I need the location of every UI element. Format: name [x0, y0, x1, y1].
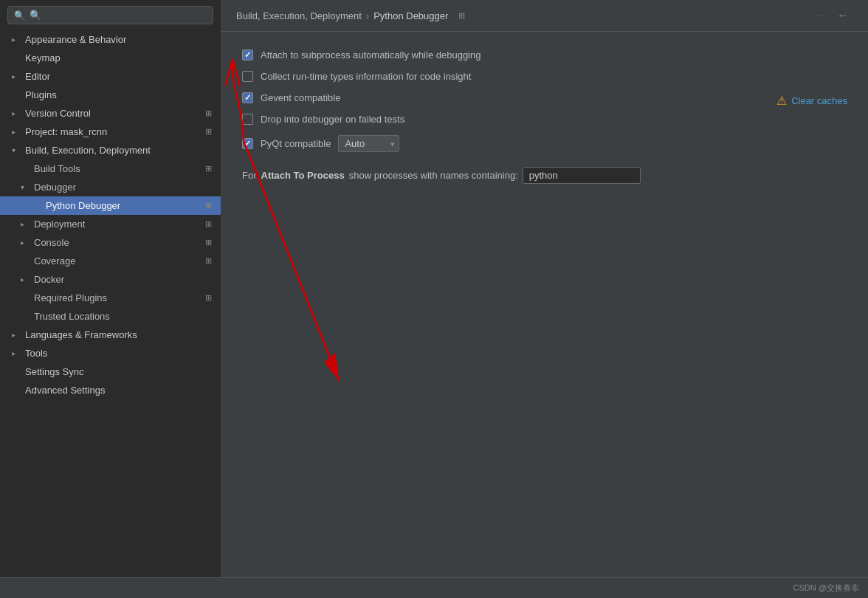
sidebar-item-console[interactable]: ▸Console⊞	[0, 233, 221, 252]
breadcrumb-separator: ›	[366, 10, 369, 21]
main-layout: 🔍 ▸Appearance & BehaviorKeymap▸EditorPlu…	[0, 0, 868, 577]
grid-icon-deployment: ⊞	[205, 219, 212, 229]
attach-label-after: show processes with names containing:	[349, 170, 518, 181]
checkbox-pyqt[interactable]: ✓	[242, 138, 253, 149]
attach-label-before: For	[242, 170, 257, 181]
sidebar-label-editor: Editor	[25, 71, 50, 82]
sidebar-item-settings-sync[interactable]: Settings Sync	[0, 362, 221, 381]
sidebar-item-build-tools[interactable]: Build Tools⊞	[0, 159, 221, 178]
checkbox-collect-runtime[interactable]	[242, 71, 253, 82]
chevron-icon-console: ▸	[21, 238, 30, 247]
sidebar-label-keymap: Keymap	[25, 52, 61, 63]
search-icon: 🔍	[14, 10, 25, 21]
sidebar-label-trusted-locations: Trusted Locations	[34, 311, 110, 322]
chevron-icon-version-control: ▸	[12, 109, 21, 117]
sidebar-label-languages: Languages & Frameworks	[25, 329, 137, 340]
sidebar-item-coverage[interactable]: Coverage⊞	[0, 252, 221, 270]
breadcrumb: Build, Execution, Deployment › Python De…	[236, 10, 807, 21]
sidebar-label-required-plugins: Required Plugins	[34, 292, 107, 303]
chevron-icon-appearance: ▸	[12, 35, 21, 44]
pyqt-select[interactable]: AutoPyQt4PyQt5PySidePySide2	[338, 135, 399, 152]
nav-forward-button[interactable]: →	[807, 7, 828, 24]
label-attach-subprocess: Attach to subprocess automatically while…	[261, 49, 480, 61]
sidebar-item-debugger[interactable]: ▾Debugger	[0, 178, 221, 196]
sidebar-item-deployment[interactable]: ▸Deployment⊞	[0, 215, 221, 233]
grid-icon-console: ⊞	[205, 238, 212, 247]
chevron-icon-tools: ▸	[12, 349, 21, 357]
attach-label-bold: Attach To Process	[261, 170, 345, 181]
sidebar-items-container: ▸Appearance & BehaviorKeymap▸EditorPlugi…	[0, 30, 221, 399]
footer: CSDN @交换喜非	[0, 577, 868, 598]
chevron-icon-debugger: ▾	[21, 183, 30, 191]
sidebar-label-debugger: Debugger	[34, 182, 76, 193]
label-drop-debugger: Drop into debugger on failed tests	[261, 114, 404, 125]
grid-icon-version-control: ⊞	[205, 109, 212, 118]
chevron-icon-project: ▸	[12, 128, 21, 136]
watermark: CSDN @交换喜非	[793, 582, 859, 594]
grid-icon-required-plugins: ⊞	[205, 293, 212, 303]
grid-icon-coverage: ⊞	[205, 256, 212, 266]
sidebar-label-console: Console	[34, 237, 69, 248]
checkbox-gevent[interactable]: ✓	[242, 92, 253, 103]
sidebar: 🔍 ▸Appearance & BehaviorKeymap▸EditorPlu…	[0, 0, 221, 577]
sidebar-label-docker: Docker	[34, 274, 64, 285]
sidebar-item-advanced[interactable]: Advanced Settings	[0, 381, 221, 399]
attach-process-row: For Attach To Process show processes wit…	[242, 167, 847, 184]
sidebar-label-advanced: Advanced Settings	[25, 385, 105, 396]
sidebar-item-trusted-locations[interactable]: Trusted Locations	[0, 307, 221, 326]
nav-buttons: → ←	[807, 7, 853, 24]
sidebar-item-build-exec[interactable]: ▾Build, Execution, Deployment	[0, 141, 221, 159]
chevron-icon-build-exec: ▾	[12, 146, 21, 154]
clear-caches-label: Clear caches	[791, 95, 847, 106]
sidebar-label-version-control: Version Control	[25, 108, 91, 119]
sidebar-label-coverage: Coverage	[34, 255, 75, 267]
sidebar-label-settings-sync: Settings Sync	[25, 366, 84, 377]
label-pyqt: PyQt compatible	[261, 138, 331, 149]
pyqt-select-wrapper: AutoPyQt4PyQt5PySidePySide2	[338, 135, 399, 152]
sidebar-item-version-control[interactable]: ▸Version Control⊞	[0, 104, 221, 123]
checkbox-drop-debugger[interactable]	[242, 114, 253, 125]
content-area: Build, Execution, Deployment › Python De…	[221, 0, 868, 577]
grid-icon-build-tools: ⊞	[205, 164, 212, 173]
breadcrumb-parent: Build, Execution, Deployment	[236, 10, 362, 21]
sidebar-item-editor[interactable]: ▸Editor	[0, 67, 221, 86]
clear-caches-button[interactable]: ⚠ Clear caches	[771, 91, 853, 111]
sidebar-label-plugins: Plugins	[25, 89, 57, 100]
setting-row-pyqt: ✓PyQt compatibleAutoPyQt4PyQt5PySidePySi…	[242, 135, 847, 152]
search-input[interactable]	[30, 10, 207, 21]
sidebar-label-deployment: Deployment	[34, 219, 85, 230]
sidebar-label-appearance: Appearance & Behavior	[25, 34, 126, 45]
sidebar-item-required-plugins[interactable]: Required Plugins⊞	[0, 289, 221, 307]
chevron-icon-deployment: ▸	[21, 220, 30, 228]
sidebar-label-project: Project: mask_rcnn	[25, 126, 107, 137]
breadcrumb-grid-icon: ⊞	[458, 11, 465, 21]
settings-rows-container: ✓Attach to subprocess automatically whil…	[242, 49, 847, 152]
sidebar-item-tools[interactable]: ▸Tools	[0, 344, 221, 362]
attach-process-input[interactable]	[523, 167, 641, 184]
sidebar-item-docker[interactable]: ▸Docker	[0, 270, 221, 289]
setting-row-gevent: ✓Gevent compatible	[242, 92, 847, 103]
sidebar-label-tools: Tools	[25, 348, 47, 359]
checkmark-pyqt: ✓	[244, 139, 251, 148]
checkmark-attach-subprocess: ✓	[244, 50, 251, 60]
sidebar-label-build-exec: Build, Execution, Deployment	[25, 145, 151, 156]
sidebar-item-keymap[interactable]: Keymap	[0, 49, 221, 67]
setting-row-drop-debugger: Drop into debugger on failed tests	[242, 114, 847, 125]
breadcrumb-current: Python Debugger	[373, 10, 448, 21]
sidebar-item-plugins[interactable]: Plugins	[0, 86, 221, 104]
sidebar-item-python-debugger[interactable]: Python Debugger⊞	[0, 196, 221, 215]
content-header: Build, Execution, Deployment › Python De…	[221, 0, 868, 32]
grid-icon-python-debugger: ⊞	[205, 201, 212, 210]
label-collect-runtime: Collect run-time types information for c…	[261, 71, 471, 82]
search-box[interactable]: 🔍	[7, 6, 213, 24]
sidebar-item-project[interactable]: ▸Project: mask_rcnn⊞	[0, 123, 221, 141]
sidebar-item-languages[interactable]: ▸Languages & Frameworks	[0, 326, 221, 344]
nav-back-button[interactable]: ←	[833, 7, 853, 24]
sidebar-item-appearance[interactable]: ▸Appearance & Behavior	[0, 30, 221, 49]
setting-row-collect-runtime: Collect run-time types information for c…	[242, 71, 847, 82]
warning-icon: ⚠	[776, 94, 787, 108]
sidebar-label-python-debugger: Python Debugger	[46, 200, 120, 211]
grid-icon-project: ⊞	[205, 127, 212, 137]
chevron-icon-languages: ▸	[12, 331, 21, 339]
checkbox-attach-subprocess[interactable]: ✓	[242, 49, 253, 61]
